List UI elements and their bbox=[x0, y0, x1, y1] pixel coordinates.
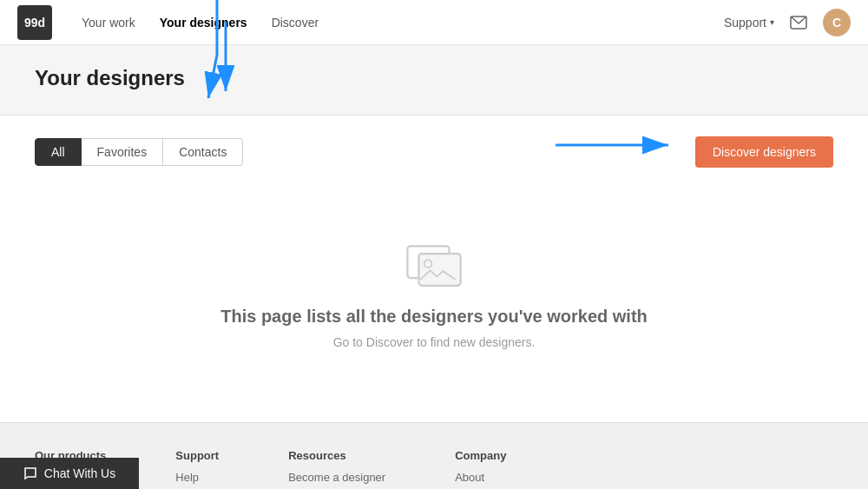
filter-row: All Favorites Contacts Discover designer… bbox=[35, 136, 833, 168]
svg-rect-4 bbox=[419, 254, 461, 286]
main-nav: Your work Your designers Discover bbox=[69, 10, 331, 35]
footer-link-help[interactable]: Help bbox=[175, 471, 219, 484]
header-right: Support ▾ C bbox=[724, 9, 851, 36]
empty-state-subtitle: Go to Discover to find new designers. bbox=[333, 335, 536, 349]
filter-tab-favorites[interactable]: Favorites bbox=[82, 138, 164, 166]
content-area: All Favorites Contacts Discover designer… bbox=[0, 116, 868, 422]
footer-col-resources: Resources Become a designer bbox=[288, 449, 385, 487]
footer-col-support: Support Help bbox=[175, 449, 219, 487]
page-header: Your designers bbox=[0, 45, 868, 116]
chat-button[interactable]: Chat With Us bbox=[0, 458, 139, 489]
empty-state-title: This page lists all the designers you've… bbox=[220, 307, 648, 327]
logo[interactable]: 99d bbox=[17, 5, 52, 40]
annotation-arrow-discover bbox=[556, 128, 694, 162]
footer-link-become-designer[interactable]: Become a designer bbox=[288, 471, 385, 484]
discover-designers-button[interactable]: Discover designers bbox=[695, 136, 833, 168]
filter-tabs: All Favorites Contacts bbox=[35, 138, 243, 166]
filter-tab-all[interactable]: All bbox=[35, 138, 82, 166]
footer-col-title-support: Support bbox=[175, 449, 219, 462]
footer-col-title-company: Company bbox=[455, 449, 506, 462]
empty-state-icon bbox=[404, 237, 464, 289]
empty-state: This page lists all the designers you've… bbox=[35, 202, 833, 401]
main-header: 99d Your work Your designers Discover Su… bbox=[0, 0, 868, 45]
footer-columns: Our products Support Help Resources Beco… bbox=[35, 449, 833, 487]
chevron-down-icon: ▾ bbox=[770, 17, 774, 27]
nav-item-your-designers[interactable]: Your designers bbox=[148, 10, 260, 35]
footer-link-about[interactable]: About bbox=[455, 471, 506, 484]
chat-label: Chat With Us bbox=[44, 466, 115, 480]
support-button[interactable]: Support ▾ bbox=[724, 16, 774, 30]
avatar[interactable]: C bbox=[823, 9, 851, 36]
nav-item-your-work[interactable]: Your work bbox=[69, 10, 148, 35]
page-title: Your designers bbox=[35, 66, 833, 90]
footer-col-company: Company About bbox=[455, 449, 506, 487]
footer-col-title-resources: Resources bbox=[288, 449, 385, 462]
filter-tab-contacts[interactable]: Contacts bbox=[163, 138, 243, 166]
nav-item-discover[interactable]: Discover bbox=[260, 10, 331, 35]
chat-bubble-icon bbox=[23, 466, 37, 480]
mail-icon[interactable] bbox=[788, 12, 809, 33]
